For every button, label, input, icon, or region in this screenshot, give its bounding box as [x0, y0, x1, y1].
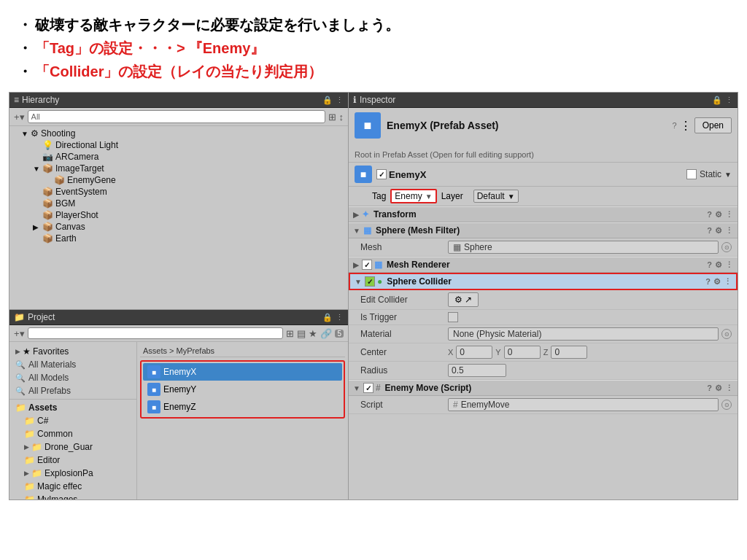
project-badge: 5: [335, 330, 344, 338]
static-arrow: ▼: [724, 171, 732, 179]
project-icon: 📁: [14, 312, 25, 322]
help-icon-t: ?: [707, 210, 712, 219]
project-search-input[interactable]: [28, 327, 284, 339]
inspector-header: ℹ Inspector 🔒 ⋮: [349, 93, 738, 108]
inspector-content: ■ EnemyX (Prefab Asset) ? ⋮ Open Root in…: [349, 108, 738, 499]
assets-root[interactable]: 📁 Assets: [9, 401, 136, 414]
static-badge: Static ▼: [686, 169, 732, 179]
folder-explosion[interactable]: ▶ 📁 ExplosionPa: [9, 467, 136, 480]
sphere-collider-section[interactable]: ▼ ✓ ● Sphere Collider ? ⚙ ⋮: [349, 273, 738, 290]
hierarchy-item-arcamera[interactable]: 📷 ARCamera: [9, 151, 348, 163]
hierarchy-item-canvas[interactable]: ▶ 📦 Canvas: [9, 221, 348, 233]
static-checkbox[interactable]: [686, 169, 697, 179]
more-icon-inspector: ⋮: [725, 96, 733, 105]
project-filter1[interactable]: ⊞: [286, 328, 294, 339]
folder-drone[interactable]: ▶ 📁 Drone_Guar: [9, 440, 136, 454]
folder-icon-magic: 📁: [24, 481, 35, 491]
asset-enemyz[interactable]: ■ EnemyZ: [143, 398, 342, 416]
filter-icon[interactable]: ⊞: [328, 112, 336, 122]
edit-collider-value: ⚙ ↗: [448, 292, 732, 307]
gameobj-active-checkbox[interactable]: ✓: [376, 169, 387, 179]
mesh-filter-icons: ? ⚙ ⋮: [707, 226, 733, 236]
material-value: None (Physic Material): [448, 327, 719, 341]
hierarchy-tree: ▼ ⚙ Shooting 💡 Directional Light 📷 ARCam…: [9, 126, 348, 309]
favorites-header[interactable]: ▶ ★ Favorites: [9, 345, 136, 358]
asset-large-icon: ■: [355, 112, 381, 139]
enemyz-label: EnemyZ: [163, 402, 196, 412]
project-filter2[interactable]: ▤: [297, 328, 306, 339]
script-target-icon[interactable]: ⊙: [721, 400, 732, 410]
enemy-move-checkbox[interactable]: ✓: [363, 383, 374, 393]
center-z-input[interactable]: 0: [551, 346, 587, 359]
more-icon-t: ⋮: [725, 210, 733, 219]
fav-all-materials[interactable]: 🔍 All Materials: [9, 358, 136, 371]
is-trigger-label: Is Trigger: [360, 312, 448, 322]
gameobj-name-row: ■ ✓ EnemyX Static ▼: [349, 163, 738, 187]
more-icon-em: ⋮: [725, 384, 733, 393]
center-x-input[interactable]: 0: [456, 346, 492, 359]
material-label: Material: [360, 329, 448, 339]
inspector-panel: ℹ Inspector 🔒 ⋮ ■ EnemyX (Prefab Asset) …: [349, 93, 738, 499]
favorites-star-icon: ★: [23, 346, 31, 357]
folder-myimages[interactable]: 📁 MyImages: [9, 493, 136, 499]
radius-input[interactable]: 0.5: [448, 364, 506, 377]
folder-common[interactable]: 📁 Common: [9, 427, 136, 440]
open-button[interactable]: Open: [694, 117, 732, 133]
enemy-move-section[interactable]: ▼ ✓ # Enemy Move (Script) ? ⚙ ⋮: [349, 380, 738, 396]
project-filter4[interactable]: 🔗: [320, 328, 332, 339]
center-xyz: X 0 Y 0 Z 0: [448, 346, 587, 359]
center-y-input[interactable]: 0: [504, 346, 541, 359]
settings-icon-mf: ⚙: [715, 226, 722, 236]
project-filter3[interactable]: ★: [309, 328, 317, 339]
layer-dropdown[interactable]: Default ▼: [473, 190, 519, 203]
edit-collider-button[interactable]: ⚙ ↗: [448, 292, 479, 307]
mesh-renderer-icon: ▦: [374, 260, 382, 270]
material-target-icon[interactable]: ⊙: [721, 329, 732, 339]
asset-enemyx[interactable]: ■ EnemyX: [143, 363, 342, 381]
mesh-filter-section[interactable]: ▼ ▦ Sphere (Mesh Filter) ? ⚙ ⋮: [349, 222, 738, 238]
hierarchy-item-bgm[interactable]: 📦 BGM: [9, 198, 348, 209]
tag-arrow-icon: ▼: [425, 192, 433, 201]
settings-icon-t: ⚙: [715, 210, 722, 219]
enemyy-label: EnemyY: [163, 384, 196, 394]
transform-section[interactable]: ▶ ✦ Transform ? ⚙ ⋮: [349, 206, 738, 222]
sphere-collider-checkbox[interactable]: ✓: [365, 276, 375, 287]
folder-icon-myimages: 📁: [24, 494, 35, 499]
hierarchy-item-earth[interactable]: 📦 Earth: [9, 233, 348, 244]
asset-enemyy[interactable]: ■ EnemyY: [143, 381, 342, 398]
hierarchy-item-enemygene[interactable]: 📦 EnemyGene: [9, 174, 348, 186]
is-trigger-checkbox[interactable]: [448, 312, 458, 322]
inspector-icon: ℹ: [353, 95, 357, 105]
folder-magic[interactable]: 📁 Magic effec: [9, 480, 136, 493]
center-x-label: X: [448, 348, 453, 357]
inspector-asset-top: ■ EnemyX (Prefab Asset) ? ⋮ Open: [349, 108, 738, 147]
mesh-renderer-icons: ? ⚙ ⋮: [707, 260, 733, 270]
hierarchy-item-imagetarget[interactable]: ▼ 📦 ImageTarget: [9, 163, 348, 174]
project-add-button[interactable]: +▾: [14, 328, 25, 339]
annotation-line2-prefix: 「Tag」の設定・・・>: [35, 36, 185, 60]
mesh-renderer-checkbox[interactable]: ✓: [362, 260, 372, 270]
hierarchy-item-eventsystem[interactable]: 📦 EventSystem: [9, 186, 348, 198]
add-button[interactable]: +▾: [14, 112, 25, 122]
mesh-renderer-arrow: ▶: [353, 261, 359, 269]
folder-editor[interactable]: 📁 Editor: [9, 454, 136, 467]
fav-all-prefabs[interactable]: 🔍 All Prefabs: [9, 384, 136, 397]
layer-arrow-icon: ▼: [508, 192, 515, 201]
hierarchy-header-icons: 🔒 ⋮: [322, 96, 344, 105]
hierarchy-item-directional-light[interactable]: 💡 Directional Light: [9, 139, 348, 151]
hierarchy-item-playershot[interactable]: 📦 PlayerShot: [9, 209, 348, 221]
more-icon: ⋮: [336, 96, 344, 105]
hierarchy-header: ≡ Hierarchy 🔒 ⋮: [9, 93, 348, 108]
sort-icon[interactable]: ↕: [339, 112, 344, 122]
lock-icon-project: 🔒: [322, 313, 333, 322]
hierarchy-item-shooting[interactable]: ▼ ⚙ Shooting: [9, 128, 348, 139]
hierarchy-search[interactable]: [28, 110, 325, 123]
mesh-target-icon[interactable]: ⊙: [721, 242, 732, 252]
folder-csharp[interactable]: 📁 C#: [9, 414, 136, 427]
tag-dropdown[interactable]: Enemy ▼: [390, 189, 436, 203]
help-icon-sc: ?: [705, 277, 711, 287]
fav-all-models[interactable]: 🔍 All Models: [9, 371, 136, 384]
mesh-renderer-section[interactable]: ▶ ✓ ▦ Mesh Renderer ? ⚙ ⋮: [349, 257, 738, 273]
help-icon-mr: ?: [707, 260, 712, 270]
gameobj-checkbox-label: ✓ EnemyX: [376, 169, 426, 180]
